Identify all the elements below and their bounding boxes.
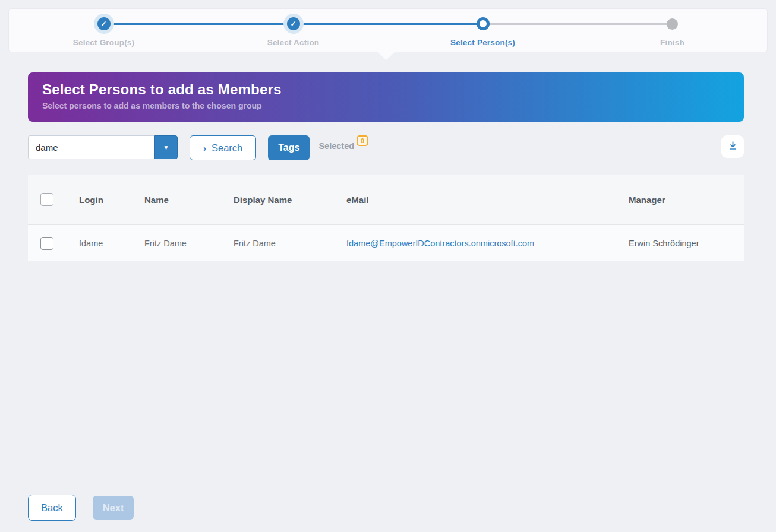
selected-counter: Selected 0: [318, 141, 368, 152]
cell-display-name: Fritz Dame: [234, 239, 346, 248]
step-halo: ✓: [94, 14, 114, 34]
chevron-right-icon: ›: [203, 143, 206, 153]
download-button[interactable]: [721, 135, 744, 158]
step-select-groups[interactable]: ✓ Select Group(s): [9, 14, 198, 52]
column-header-manager: Manager: [629, 195, 744, 205]
next-button[interactable]: Next: [93, 496, 134, 520]
page-header-banner: Select Persons to add as Members Select …: [28, 72, 744, 122]
search-button[interactable]: › Search: [190, 135, 256, 160]
cell-manager: Erwin Schrödinger: [629, 239, 744, 248]
step-connector: [483, 23, 673, 25]
cell-name: Fritz Dame: [144, 239, 234, 248]
search-input[interactable]: [28, 135, 154, 159]
row-checkbox[interactable]: [40, 237, 53, 250]
step-finish: Finish: [578, 14, 767, 52]
wizard-footer: Back Next: [28, 495, 134, 521]
step-completed-check-icon: ✓: [97, 17, 111, 30]
wizard-stepper: ✓ Select Group(s) ✓ Select Action Select…: [8, 8, 768, 52]
step-halo: ✓: [283, 14, 304, 34]
step-connector: [294, 23, 483, 25]
stepper-notch: [378, 52, 395, 60]
cell-login: fdame: [79, 239, 144, 248]
column-header-login: Login: [79, 195, 144, 205]
page-title: Select Persons to add as Members: [42, 81, 730, 98]
step-future-dot: [667, 18, 678, 30]
step-label: Select Action: [198, 38, 388, 47]
download-icon: [728, 141, 738, 153]
column-header-display-name: Display Name: [234, 195, 346, 205]
select-all-checkbox[interactable]: [40, 193, 53, 206]
step-label: Finish: [578, 38, 767, 47]
step-select-persons[interactable]: Select Person(s): [388, 14, 578, 52]
table-row: fdame Fritz Dame Fritz Dame fdame@Empowe…: [28, 225, 744, 261]
step-select-action[interactable]: ✓ Select Action: [198, 14, 388, 52]
tags-button[interactable]: Tags: [268, 135, 310, 160]
back-button[interactable]: Back: [28, 495, 76, 521]
chevron-down-icon: ▼: [163, 144, 169, 151]
search-group: ▼: [28, 135, 178, 159]
search-toolbar: ▼ › Search Tags Selected 0: [28, 134, 744, 160]
step-label: Select Person(s): [388, 38, 578, 47]
page-subtitle: Select persons to add as members to the …: [42, 101, 730, 110]
step-current-dot: [477, 17, 490, 30]
wizard-page: ✓ Select Group(s) ✓ Select Action Select…: [0, 0, 776, 532]
step-label: Select Group(s): [9, 38, 198, 47]
column-header-email: eMail: [346, 195, 629, 205]
column-header-name: Name: [144, 195, 234, 205]
selected-label: Selected: [318, 141, 354, 151]
step-completed-check-icon: ✓: [287, 17, 300, 30]
table-header-row: Login Name Display Name eMail Manager: [28, 175, 744, 225]
selected-count-badge: 0: [357, 135, 368, 146]
cell-email-link[interactable]: fdame@EmpowerIDContractors.onmicrosoft.c…: [346, 239, 534, 248]
persons-table: Login Name Display Name eMail Manager fd…: [28, 175, 744, 261]
search-dropdown-button[interactable]: ▼: [154, 135, 178, 159]
step-connector: [104, 23, 294, 25]
search-button-label: Search: [212, 142, 242, 154]
